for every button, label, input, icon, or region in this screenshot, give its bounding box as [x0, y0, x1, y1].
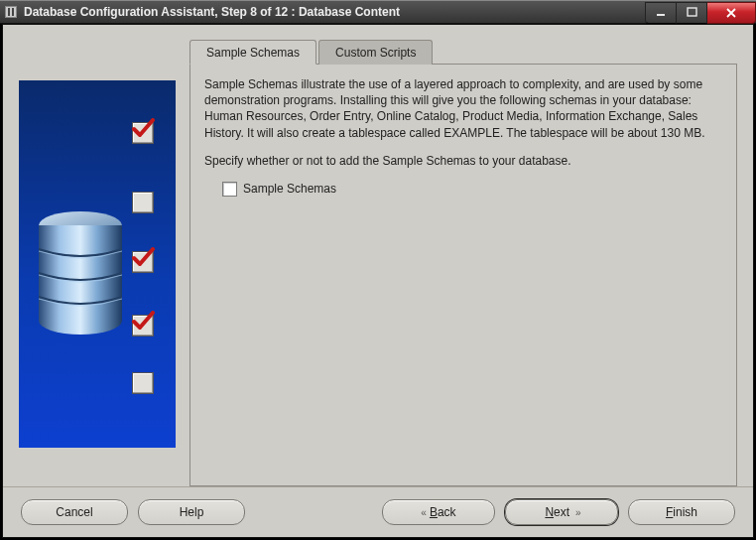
button-label: Cancel	[56, 505, 92, 519]
wizard-step-indicator	[132, 315, 154, 337]
back-button[interactable]: « Back	[382, 499, 495, 525]
button-label: Back	[430, 505, 456, 519]
sample-schemas-checkbox-row: Sample Schemas	[222, 181, 722, 197]
window-controls	[645, 2, 756, 22]
app-icon	[4, 5, 18, 19]
tab-label: Custom Scripts	[335, 46, 416, 60]
tab-label: Sample Schemas	[206, 46, 300, 60]
button-label: Finish	[666, 505, 697, 519]
maximize-button[interactable]	[677, 2, 707, 24]
finish-button[interactable]: Finish	[628, 499, 735, 525]
svg-rect-4	[657, 14, 665, 16]
sample-schemas-checkbox[interactable]	[222, 182, 237, 197]
wizard-step-indicator	[132, 251, 154, 273]
window-title: Database Configuration Assistant, Step 8…	[24, 5, 645, 19]
chevron-right-icon: »	[575, 507, 578, 518]
content-area: Sample Schemas Custom Scripts Sample Sch…	[3, 25, 753, 486]
chevron-left-icon: «	[421, 507, 424, 518]
sample-schemas-checkbox-label: Sample Schemas	[243, 181, 336, 197]
minimize-button[interactable]	[645, 2, 677, 24]
database-icon	[33, 209, 128, 338]
description-text: Sample Schemas illustrate the use of a l…	[204, 76, 722, 141]
svg-rect-2	[8, 8, 10, 16]
help-button[interactable]: Help	[138, 499, 245, 525]
next-button[interactable]: Next »	[505, 499, 618, 525]
instruction-text: Specify whether or not to add the Sample…	[204, 153, 722, 169]
wizard-step-indicator	[132, 192, 154, 213]
svg-point-8	[39, 307, 122, 335]
svg-rect-7	[39, 225, 122, 321]
svg-rect-5	[688, 8, 696, 16]
window-frame: Database Configuration Assistant, Step 8…	[0, 0, 756, 540]
tab-bar: Sample Schemas Custom Scripts	[189, 39, 737, 64]
wizard-illustration	[19, 80, 176, 448]
main-panel: Sample Schemas Custom Scripts Sample Sch…	[189, 39, 737, 486]
button-label: Next	[545, 505, 569, 519]
wizard-step-indicator	[132, 122, 154, 144]
wizard-step-indicator	[132, 372, 154, 394]
tab-custom-scripts[interactable]: Custom Scripts	[318, 40, 433, 65]
button-label: Help	[180, 505, 204, 519]
client-area: Sample Schemas Custom Scripts Sample Sch…	[2, 24, 754, 538]
svg-rect-3	[12, 8, 14, 16]
button-bar: Cancel Help « Back Next » Finish	[3, 486, 753, 537]
titlebar: Database Configuration Assistant, Step 8…	[0, 0, 756, 24]
svg-rect-1	[6, 7, 16, 17]
close-button[interactable]	[707, 2, 756, 24]
tab-content: Sample Schemas illustrate the use of a l…	[189, 64, 737, 486]
tab-sample-schemas[interactable]: Sample Schemas	[189, 40, 316, 65]
cancel-button[interactable]: Cancel	[21, 499, 128, 525]
